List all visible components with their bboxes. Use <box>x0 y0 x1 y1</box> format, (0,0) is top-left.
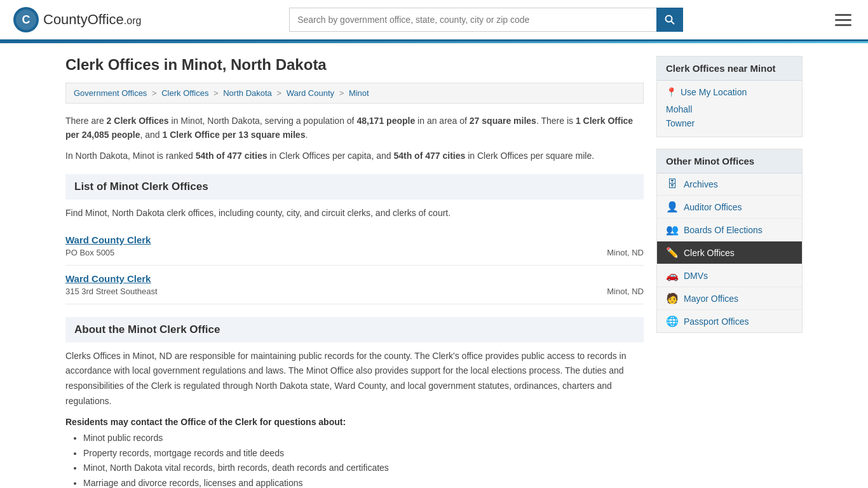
breadcrumb: Government Offices > Clerk Offices > Nor… <box>65 83 644 104</box>
nearby-box: Clerk Offices near Minot 📍 Use My Locati… <box>656 56 803 137</box>
hamburger-line <box>835 24 851 26</box>
nearby-box-title: Clerk Offices near Minot <box>657 57 802 81</box>
search-icon <box>665 15 675 25</box>
office-address-2: 315 3rd Street Southeast <box>65 287 158 296</box>
about-text: Clerks Offices in Minot, ND are responsi… <box>65 349 644 409</box>
office-name-1[interactable]: Ward County Clerk <box>65 234 644 245</box>
clerk-count: 2 Clerk Offices <box>107 116 169 126</box>
mayor-label: Mayor Offices <box>684 294 738 304</box>
sidebar-item-boards[interactable]: 👥 Boards Of Elections <box>657 219 802 241</box>
search-input[interactable] <box>289 8 656 32</box>
auditor-icon: 👤 <box>666 201 679 213</box>
sidebar-item-dmv[interactable]: 🚗 DMVs <box>657 264 802 287</box>
dmv-icon: 🚗 <box>666 269 679 281</box>
breadcrumb-sep: > <box>339 88 346 98</box>
breadcrumb-link-gov[interactable]: Government Offices <box>74 88 147 98</box>
breadcrumb-link-nd[interactable]: North Dakota <box>223 88 272 98</box>
dmv-label: DMVs <box>684 271 708 281</box>
mayor-icon: 🧑 <box>666 292 679 304</box>
logo-text: CountyOffice.org <box>43 11 141 28</box>
summary-paragraph-1: There are 2 Clerk Offices in Minot, Nort… <box>65 114 644 142</box>
archives-icon: 🗄 <box>666 179 679 190</box>
main-container: Clerk Offices in Minot, North Dakota Gov… <box>53 43 815 488</box>
nearby-box-content: 📍 Use My Location Mohall Towner <box>657 81 802 137</box>
boards-label: Boards Of Elections <box>684 225 763 235</box>
summary-paragraph-2: In North Dakota, Minot is ranked 54th of… <box>65 149 644 163</box>
other-offices-box: Other Minot Offices 🗄 Archives 👤 Auditor… <box>656 149 803 333</box>
auditor-label: Auditor Offices <box>684 202 742 212</box>
sidebar-item-passport[interactable]: 🌐 Passport Offices <box>657 310 802 332</box>
use-location-label: Use My Location <box>681 87 747 97</box>
about-section-header: About the Minot Clerk Office <box>65 317 644 342</box>
breadcrumb-sep: > <box>214 88 220 98</box>
sidebar-item-clerk[interactable]: ✏️ Clerk Offices <box>657 241 802 264</box>
svg-text:C: C <box>22 13 31 26</box>
breadcrumb-link-clerk[interactable]: Clerk Offices <box>161 88 208 98</box>
office-entry-2: Ward County Clerk 315 3rd Street Southea… <box>65 266 644 304</box>
site-header: C CountyOffice.org <box>0 0 868 41</box>
clerk-icon: ✏️ <box>666 247 679 259</box>
sidebar-item-mayor[interactable]: 🧑 Mayor Offices <box>657 287 802 310</box>
office-name-2[interactable]: Ward County Clerk <box>65 273 644 284</box>
clerk-label: Clerk Offices <box>684 248 735 258</box>
rank-sqmi: 54th of 477 cities <box>393 151 465 161</box>
hamburger-line <box>835 19 851 21</box>
area: 27 square miles <box>470 116 536 126</box>
archives-label: Archives <box>684 179 718 189</box>
content-area: Clerk Offices in Minot, North Dakota Gov… <box>65 56 644 488</box>
location-pin-icon: 📍 <box>666 87 677 97</box>
hamburger-line <box>835 14 851 16</box>
logo[interactable]: C CountyOffice.org <box>13 6 141 33</box>
office-address-row-1: PO Box 5005 Minot, ND <box>65 248 644 257</box>
population: 48,171 people <box>356 116 415 126</box>
rank-capita: 54th of 477 cities <box>196 151 268 161</box>
list-item: Minot, North Dakota vital records, birth… <box>83 461 644 476</box>
breadcrumb-sep: > <box>276 88 283 98</box>
residents-heading: Residents may contact the Office of the … <box>65 417 644 427</box>
about-section: About the Minot Clerk Office Clerks Offi… <box>65 317 644 488</box>
breadcrumb-link-minot[interactable]: Minot <box>349 88 369 98</box>
office-city-2: Minot, ND <box>607 287 644 296</box>
office-address-row-2: 315 3rd Street Southeast Minot, ND <box>65 287 644 296</box>
svg-point-3 <box>666 16 672 22</box>
list-section-header: List of Minot Clerk Offices <box>65 174 644 200</box>
list-item: Marriage and divorce records, licenses a… <box>83 476 644 488</box>
office-city-1: Minot, ND <box>607 248 644 257</box>
office-entry-1: Ward County Clerk PO Box 5005 Minot, ND <box>65 227 644 266</box>
passport-label: Passport Offices <box>684 316 749 327</box>
use-location-link[interactable]: 📍 Use My Location <box>666 87 793 97</box>
svg-line-4 <box>672 22 675 25</box>
nearby-link-towner[interactable]: Towner <box>666 116 793 130</box>
nearby-link-mohall[interactable]: Mohall <box>666 102 793 116</box>
contact-list: Minot public records Property records, m… <box>65 431 644 488</box>
boards-icon: 👥 <box>666 224 679 236</box>
sidebar: Clerk Offices near Minot 📍 Use My Locati… <box>656 56 803 488</box>
office-address-1: PO Box 5005 <box>65 248 114 257</box>
menu-button[interactable] <box>831 10 855 30</box>
per-sqmi: 1 Clerk Office per 13 square miles <box>163 130 306 140</box>
sidebar-item-auditor[interactable]: 👤 Auditor Offices <box>657 196 802 219</box>
list-item: Property records, mortgage records and t… <box>83 446 644 461</box>
list-item: Minot public records <box>83 431 644 446</box>
logo-icon: C <box>13 6 39 33</box>
list-description: Find Minot, North Dakota clerk offices, … <box>65 206 644 220</box>
page-title: Clerk Offices in Minot, North Dakota <box>65 56 644 74</box>
passport-icon: 🌐 <box>666 315 679 327</box>
search-area <box>289 8 683 32</box>
breadcrumb-sep: > <box>152 88 159 98</box>
sidebar-item-archives[interactable]: 🗄 Archives <box>657 173 802 196</box>
other-offices-title: Other Minot Offices <box>657 149 802 173</box>
breadcrumb-link-ward[interactable]: Ward County <box>287 88 334 98</box>
search-button[interactable] <box>656 8 683 32</box>
